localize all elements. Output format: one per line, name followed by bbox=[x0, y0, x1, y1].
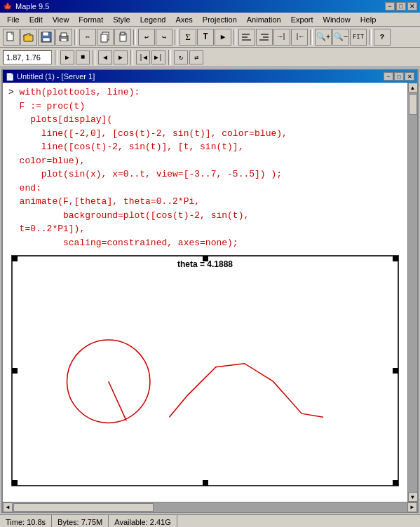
print-button[interactable] bbox=[55, 29, 72, 46]
code-line-1: > with(plottools, line): bbox=[8, 85, 402, 100]
bounce-button[interactable]: ⇄ bbox=[189, 50, 203, 64]
plot-handle-tm bbox=[203, 256, 208, 261]
app-title: 🍁 Maple 9.5 bbox=[3, 2, 49, 11]
zoom-in-button[interactable]: 🔍+ bbox=[315, 29, 332, 46]
save-button[interactable] bbox=[38, 29, 55, 46]
indent-button[interactable]: →| bbox=[273, 29, 290, 46]
svg-rect-10 bbox=[101, 34, 107, 42]
svg-rect-4 bbox=[43, 32, 48, 36]
prev-button[interactable]: ◀ bbox=[98, 50, 112, 64]
sep2 bbox=[133, 29, 136, 45]
scroll-left-button[interactable]: ◀ bbox=[3, 502, 13, 512]
code-line-3: plots[display]( bbox=[8, 113, 402, 127]
plot-handle-tr bbox=[393, 256, 398, 261]
first-button[interactable]: |◀ bbox=[136, 50, 150, 64]
undo-button[interactable]: ↩ bbox=[138, 29, 155, 46]
doc-icon: 📄 bbox=[6, 73, 14, 81]
code-line-12: scaling=constrained, axes=none); bbox=[8, 236, 402, 250]
available-status: Available: 2.41G bbox=[109, 515, 177, 527]
last-button[interactable]: ▶| bbox=[151, 50, 165, 64]
menu-item-view[interactable]: View bbox=[48, 13, 74, 26]
plot-handle-mr bbox=[393, 368, 398, 374]
plot-handle-tl bbox=[12, 256, 18, 261]
doc-close-button[interactable]: ✕ bbox=[405, 72, 414, 81]
text-button[interactable]: T bbox=[197, 29, 214, 46]
sep-nav4 bbox=[168, 50, 171, 65]
menu-item-edit[interactable]: Edit bbox=[25, 13, 47, 26]
zoom-out-button[interactable]: 🔍− bbox=[332, 29, 349, 46]
fit-button[interactable]: FIT bbox=[350, 29, 367, 46]
doc-maximize-button[interactable]: □ bbox=[394, 72, 404, 81]
menu-item-style[interactable]: Style bbox=[109, 13, 134, 26]
time-status: Time: 10.8s bbox=[0, 515, 52, 527]
menu-item-legend[interactable]: Legend bbox=[136, 13, 170, 26]
plot-handle-ml bbox=[12, 368, 18, 374]
sep1 bbox=[74, 29, 77, 45]
exec-button[interactable]: ▶ bbox=[215, 29, 231, 46]
open-button[interactable] bbox=[20, 29, 37, 46]
toolbar2: ▶ ■ ◀ ▶ |◀ ▶| ↻ ⇄ bbox=[0, 48, 420, 67]
main-content[interactable]: > with(plottools, line): F := proc(t) pl… bbox=[3, 83, 407, 502]
menu-item-window[interactable]: Window bbox=[319, 13, 355, 26]
scroll-track[interactable] bbox=[408, 93, 418, 492]
maple-icon: 🍁 bbox=[3, 2, 13, 11]
sep3 bbox=[175, 29, 177, 45]
play-button[interactable]: ▶ bbox=[60, 50, 74, 64]
h-scroll-track[interactable] bbox=[13, 502, 407, 512]
next-button[interactable]: ▶ bbox=[114, 50, 128, 64]
help-button[interactable]: ? bbox=[374, 29, 391, 46]
stop-button[interactable]: ■ bbox=[76, 50, 90, 64]
code-line-9: animate(F,[theta], theta=0..2*Pi, bbox=[8, 195, 402, 209]
menu-item-animation[interactable]: Animation bbox=[243, 13, 285, 26]
maximize-button[interactable]: □ bbox=[396, 2, 406, 11]
title-bar: 🍁 Maple 9.5 − □ ✕ bbox=[0, 0, 420, 13]
menu-item-file[interactable]: File bbox=[3, 13, 24, 26]
cut-button[interactable]: ✂ bbox=[79, 29, 96, 46]
code-line-4: line([-2,0], [cos(t)-2, sin(t)], color=b… bbox=[8, 127, 402, 141]
sum-button[interactable]: Σ bbox=[179, 29, 196, 46]
menu-item-export[interactable]: Export bbox=[287, 13, 318, 26]
plot-area: theta = 4.1888 bbox=[11, 255, 399, 486]
minimize-button[interactable]: − bbox=[385, 2, 395, 11]
scroll-thumb[interactable] bbox=[409, 94, 417, 115]
vertical-scrollbar[interactable]: ▲ ▼ bbox=[407, 83, 417, 502]
redo-button[interactable]: ↪ bbox=[156, 29, 172, 46]
sep6 bbox=[369, 29, 372, 45]
plot-handle-bm bbox=[203, 480, 208, 486]
code-line-5: line([cos(t)-2, sin(t)], [t, sin(t)], bbox=[8, 140, 402, 154]
paste-button[interactable] bbox=[114, 29, 131, 46]
scroll-right-button[interactable]: ▶ bbox=[407, 502, 417, 512]
sep-nav3 bbox=[130, 50, 133, 65]
svg-rect-12 bbox=[121, 32, 125, 35]
svg-rect-7 bbox=[61, 33, 67, 36]
doc-minimize-button[interactable]: − bbox=[384, 72, 393, 81]
copy-button[interactable] bbox=[97, 29, 114, 46]
align-left-button[interactable] bbox=[238, 29, 255, 46]
code-line-10: background=plot([cos(t)-2, sin(t), bbox=[8, 209, 402, 223]
doc-window: 📄 Untitled (1) - [Server 1] − □ ✕ > with… bbox=[1, 69, 419, 513]
loop-button[interactable]: ↻ bbox=[174, 50, 188, 64]
bytes-status: Bytes: 7.75M bbox=[52, 515, 109, 527]
coord-input[interactable] bbox=[3, 50, 52, 64]
align-right-button[interactable] bbox=[256, 29, 273, 46]
outdent-button[interactable]: |← bbox=[291, 29, 308, 46]
sine-curve bbox=[169, 364, 323, 418]
menu-item-help[interactable]: Help bbox=[356, 13, 381, 26]
horizontal-scrollbar[interactable]: ◀ ▶ bbox=[3, 502, 417, 512]
h-scroll-thumb[interactable] bbox=[13, 503, 154, 512]
menu-item-projection[interactable]: Projection bbox=[198, 13, 241, 26]
menu-item-format[interactable]: Format bbox=[74, 13, 107, 26]
code-line-8: end: bbox=[8, 182, 402, 196]
menu-item-axes[interactable]: Axes bbox=[171, 13, 196, 26]
app-title-text: Maple 9.5 bbox=[15, 2, 49, 11]
svg-rect-5 bbox=[43, 38, 50, 41]
close-button[interactable]: ✕ bbox=[407, 2, 417, 11]
scroll-down-button[interactable]: ▼ bbox=[408, 492, 418, 502]
scroll-up-button[interactable]: ▲ bbox=[408, 83, 418, 93]
doc-title-area: 📄 Untitled (1) - [Server 1] bbox=[6, 72, 95, 81]
code-line-11: t=0..2*Pi]), bbox=[8, 222, 402, 236]
new-button[interactable] bbox=[3, 29, 20, 46]
doc-titlebar: 📄 Untitled (1) - [Server 1] − □ ✕ bbox=[3, 70, 417, 83]
status-bar: Time: 10.8s Bytes: 7.75M Available: 2.41… bbox=[0, 514, 420, 527]
window-controls: − □ ✕ bbox=[385, 2, 417, 11]
